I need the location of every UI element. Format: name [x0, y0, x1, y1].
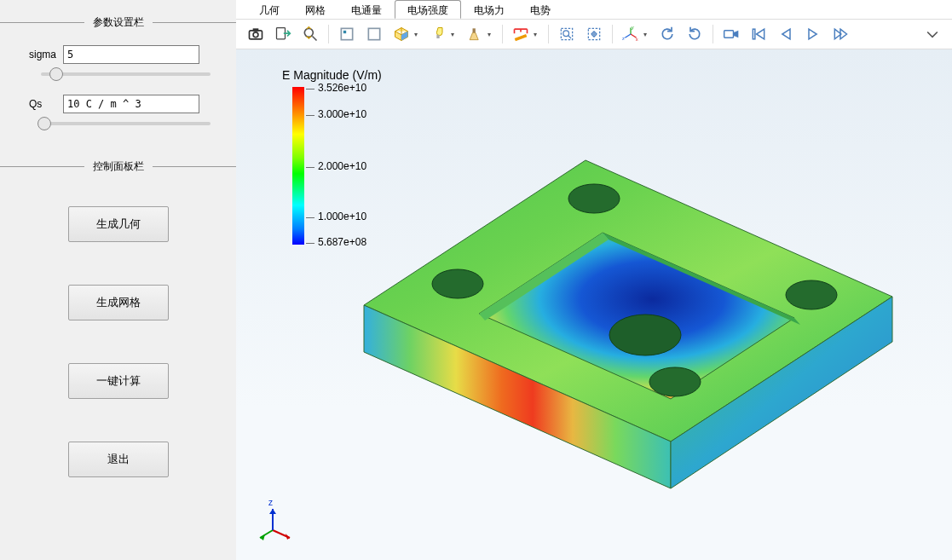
- legend-gradient: [292, 87, 304, 245]
- svg-rect-2: [253, 28, 259, 31]
- generate-mesh-button[interactable]: 生成网格: [68, 285, 169, 320]
- svg-rect-6: [341, 28, 352, 39]
- svg-rect-20: [753, 29, 755, 39]
- svg-point-1: [253, 32, 258, 38]
- main-area: 几何 网格 电通量 电场强度 电场力 电势 ▾ ▾: [236, 0, 952, 560]
- sigma-slider[interactable]: [41, 72, 211, 76]
- legend-title: E Magnitude (V/m): [282, 68, 383, 82]
- svg-rect-10: [473, 28, 476, 32]
- sigma-input[interactable]: [63, 45, 199, 64]
- tab-geometry[interactable]: 几何: [246, 0, 292, 19]
- viewport-3d[interactable]: E Magnitude (V/m) 3.526e+10 3.000e+10 2.…: [236, 49, 952, 560]
- iso-view-dropdown[interactable]: ▾: [414, 31, 422, 38]
- skip-first-icon[interactable]: [747, 23, 770, 45]
- toolbar: ▾ ▾ ▾ ▾ zyx ▾: [236, 19, 952, 49]
- svg-point-4: [304, 28, 313, 37]
- one-click-calc-button[interactable]: 一键计算: [68, 363, 169, 399]
- qs-input[interactable]: [63, 95, 199, 113]
- svg-rect-9: [436, 35, 439, 38]
- select-move-icon[interactable]: [583, 23, 605, 45]
- sigma-row: sigma: [0, 45, 236, 67]
- qs-row: Qs: [0, 95, 236, 117]
- prev-frame-icon[interactable]: [775, 23, 797, 45]
- rotate-cw-icon[interactable]: [684, 23, 706, 45]
- axis-triad-icon: z: [257, 500, 300, 543]
- ruler-icon[interactable]: [510, 23, 532, 45]
- qs-slider[interactable]: [41, 122, 211, 125]
- svg-point-29: [649, 367, 701, 396]
- model-3d-render: [330, 101, 909, 501]
- select-rect-icon[interactable]: [556, 23, 578, 45]
- svg-point-27: [786, 280, 837, 309]
- qs-slider-thumb[interactable]: [38, 117, 51, 130]
- generate-geometry-button[interactable]: 生成几何: [68, 206, 169, 242]
- lighting-icon[interactable]: [427, 23, 449, 45]
- svg-text:z: z: [268, 500, 273, 507]
- left-sidebar: 参数设置栏 sigma Qs 控制面板栏 生成几何 生成网格 一键计算 退出: [0, 0, 236, 560]
- tab-potential[interactable]: 电势: [517, 0, 563, 19]
- sigma-label: sigma: [29, 49, 63, 61]
- next-frame-icon[interactable]: [829, 23, 851, 45]
- tab-eflux[interactable]: 电通量: [338, 0, 395, 19]
- brush-dropdown[interactable]: ▾: [488, 31, 495, 38]
- svg-rect-8: [368, 28, 379, 39]
- qs-label: Qs: [29, 98, 63, 110]
- play-icon[interactable]: [802, 23, 824, 45]
- svg-line-5: [313, 37, 317, 41]
- box-a-icon[interactable]: [336, 23, 358, 45]
- toolbar-overflow-icon[interactable]: [921, 23, 943, 45]
- zoom-reset-icon[interactable]: [299, 23, 321, 45]
- axis-preset-dropdown[interactable]: ▾: [643, 31, 651, 38]
- params-title: 参数设置栏: [84, 15, 153, 30]
- svg-point-28: [432, 269, 483, 298]
- tab-efield[interactable]: 电场强度: [395, 0, 461, 19]
- tab-bar: 几何 网格 电通量 电场强度 电场力 电势: [236, 0, 952, 19]
- record-icon[interactable]: [720, 23, 742, 45]
- svg-rect-19: [724, 31, 734, 38]
- svg-point-26: [568, 184, 620, 213]
- exit-button[interactable]: 退出: [68, 442, 169, 477]
- svg-text:x: x: [636, 37, 638, 42]
- controls-section-header: 控制面板栏: [0, 159, 236, 174]
- legend-tick-0: 3.526e+10: [318, 82, 366, 94]
- svg-rect-7: [343, 31, 346, 33]
- screenshot-icon[interactable]: [245, 23, 267, 45]
- svg-point-25: [609, 315, 681, 355]
- svg-line-11: [515, 36, 526, 40]
- iso-view-icon[interactable]: [390, 23, 413, 45]
- params-section-header: 参数设置栏: [0, 15, 236, 30]
- svg-line-14: [568, 36, 571, 38]
- ruler-dropdown[interactable]: ▾: [534, 31, 541, 38]
- tab-mesh[interactable]: 网格: [292, 0, 338, 19]
- tab-eforce[interactable]: 电场力: [461, 0, 517, 19]
- lighting-dropdown[interactable]: ▾: [451, 31, 459, 38]
- svg-text:z: z: [622, 36, 625, 41]
- svg-text:y: y: [632, 26, 634, 30]
- sigma-slider-thumb[interactable]: [49, 67, 63, 81]
- brush-icon[interactable]: [464, 23, 486, 45]
- svg-marker-37: [269, 509, 276, 514]
- export-icon[interactable]: [272, 23, 294, 45]
- rotate-ccw-icon[interactable]: [656, 23, 678, 45]
- box-b-icon[interactable]: [363, 23, 385, 45]
- svg-point-13: [563, 31, 569, 37]
- axis-preset-icon[interactable]: zyx: [620, 23, 642, 45]
- controls-title: 控制面板栏: [84, 159, 153, 174]
